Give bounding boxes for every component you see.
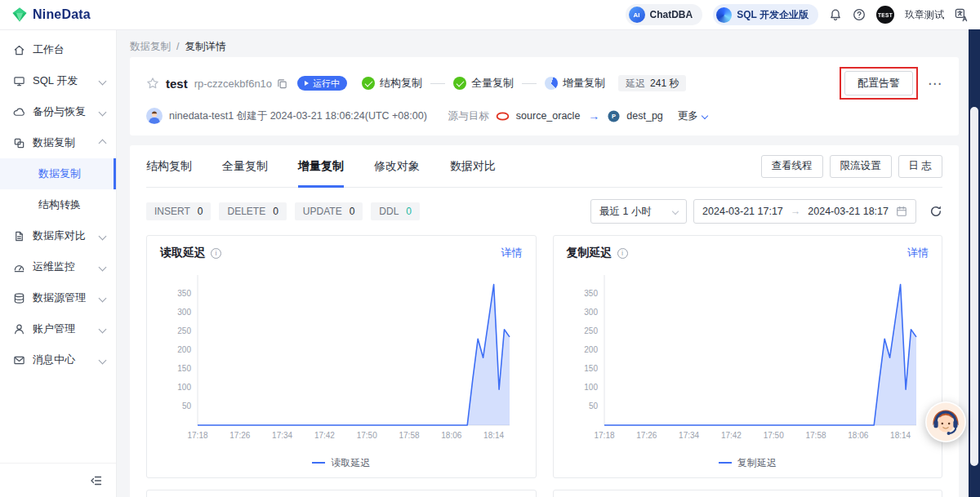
svg-text:150: 150	[177, 364, 191, 373]
svg-text:17:42: 17:42	[314, 431, 335, 440]
svg-text:200: 200	[584, 345, 598, 354]
user-icon	[13, 323, 25, 335]
sidebar-item-account-mgmt[interactable]: 账户管理	[0, 313, 116, 344]
collapse-sidebar-icon[interactable]	[90, 474, 103, 487]
svg-text:300: 300	[177, 308, 191, 317]
favorite-star-icon[interactable]	[146, 77, 159, 90]
app-header: NineData AI ChatDBA SQL 开发企业版 TEST 玖章测试	[0, 0, 980, 29]
stat-delete: DELETE 0	[219, 202, 286, 220]
status-badge: 运行中	[297, 76, 347, 91]
alert-config-highlight: 配置告警	[840, 67, 918, 100]
legend-line-icon	[312, 462, 325, 464]
copy-icon[interactable]	[277, 78, 287, 89]
sidebar-subitem-data-replication[interactable]: 数据复制	[0, 158, 116, 189]
terminal-icon	[13, 75, 25, 87]
source-name: source_oracle	[516, 110, 581, 122]
range-end: 2024-03-21 18:17	[808, 206, 889, 217]
svg-text:200: 200	[177, 345, 191, 354]
database-icon	[13, 292, 25, 304]
svg-text:17:26: 17:26	[229, 431, 250, 440]
svg-text:18:14: 18:14	[483, 431, 504, 440]
oracle-icon	[496, 112, 510, 121]
step-structure-replication: 结构复制	[362, 76, 422, 91]
sidebar-item-datasource-mgmt[interactable]: 数据源管理	[0, 282, 116, 313]
svg-text:350: 350	[177, 289, 191, 298]
sidebar-item-message-center[interactable]: 消息中心	[0, 344, 116, 375]
svg-text:100: 100	[584, 383, 598, 392]
sidebar-item-ops-monitor[interactable]: 运维监控	[0, 251, 116, 282]
translate-icon[interactable]	[955, 8, 969, 22]
sql-product-icon	[716, 7, 732, 23]
step-connector	[430, 83, 445, 84]
svg-text:P: P	[612, 113, 616, 120]
date-range-input[interactable]: 2024-03-21 17:17 → 2024-03-21 18:17	[693, 199, 916, 224]
scrollbar-thumb[interactable]	[970, 107, 978, 466]
legend-line-icon	[719, 462, 732, 464]
breadcrumb-parent[interactable]: 数据复制	[130, 40, 171, 54]
view-threads-button[interactable]: 查看线程	[761, 155, 823, 178]
replication-delay-card: 复制延迟 详情 5010015020025030035017:1817:2617…	[553, 235, 943, 478]
replication-submenu: 数据复制 结构转换	[0, 158, 116, 220]
mail-icon	[13, 354, 25, 366]
detail-link[interactable]: 详情	[907, 246, 929, 260]
step-connector	[522, 83, 537, 84]
check-circle-icon	[453, 77, 466, 90]
sidebar: 工作台 SQL 开发 备份与恢复 数据复制 数据复制	[0, 29, 117, 497]
postgres-icon: P	[608, 110, 620, 122]
more-link[interactable]: 更多	[678, 109, 707, 123]
sidebar-item-data-replication[interactable]: 数据复制	[0, 127, 116, 158]
rate-limit-button[interactable]: 限流设置	[830, 155, 892, 178]
user-name[interactable]: 玖章测试	[905, 8, 944, 22]
svg-text:50: 50	[588, 402, 598, 410]
chevron-down-icon	[99, 294, 107, 302]
step-incremental-replication: 增量复制	[545, 76, 605, 91]
tab-modify-objects[interactable]: 修改对象	[374, 145, 420, 187]
tab-incremental-replication[interactable]: 增量复制	[298, 145, 344, 187]
brand-logo[interactable]: NineData	[11, 7, 91, 23]
info-icon[interactable]	[617, 248, 628, 259]
log-button[interactable]: 日 志	[898, 155, 942, 178]
refresh-button[interactable]	[929, 205, 942, 218]
chevron-down-icon	[99, 232, 107, 240]
write-throughput-card: 写入流量吞吐 详情	[553, 490, 943, 497]
step-full-replication: 全量复制	[453, 76, 514, 91]
svg-text:18:06: 18:06	[441, 431, 461, 440]
more-actions-icon[interactable]: ⋯	[928, 77, 942, 91]
svg-text:18:14: 18:14	[890, 431, 911, 440]
user-avatar[interactable]: TEST	[876, 6, 894, 24]
sidebar-item-workbench[interactable]: 工作台	[0, 34, 116, 65]
replication-delay-chart: 5010015020025030035017:1817:2617:3417:42…	[567, 264, 929, 453]
main-content: 数据复制 / 复制详情 test rp-czzcekbf6n1o 运行中 结构复…	[117, 29, 980, 497]
chevron-down-icon	[702, 113, 708, 119]
help-icon[interactable]	[853, 8, 866, 21]
svg-text:17:58: 17:58	[805, 431, 826, 440]
sidebar-item-sql-dev[interactable]: SQL 开发	[0, 65, 116, 96]
svg-text:17:42: 17:42	[720, 431, 741, 440]
sidebar-item-backup-restore[interactable]: 备份与恢复	[0, 96, 116, 127]
page-scrollbar[interactable]	[969, 29, 980, 497]
sidebar-subitem-schema-conversion[interactable]: 结构转换	[0, 189, 116, 220]
loading-circle-icon	[545, 77, 558, 90]
tab-data-compare[interactable]: 数据对比	[450, 145, 496, 187]
configure-alert-button[interactable]: 配置告警	[844, 71, 913, 95]
range-start: 2024-03-21 17:17	[702, 206, 783, 217]
info-icon[interactable]	[211, 248, 221, 259]
svg-text:17:50: 17:50	[357, 431, 377, 440]
tab-full-replication[interactable]: 全量复制	[222, 145, 268, 187]
chatdba-button[interactable]: AI ChatDBA	[626, 4, 703, 25]
task-card: test rp-czzcekbf6n1o 运行中 结构复制 全量复制	[130, 57, 959, 135]
svg-text:17:18: 17:18	[187, 431, 207, 440]
detail-link[interactable]: 详情	[501, 246, 523, 260]
sql-edition-button[interactable]: SQL 开发企业版	[713, 4, 818, 25]
tab-structure-replication[interactable]: 结构复制	[146, 145, 192, 187]
gauge-icon	[13, 261, 25, 273]
arrow-right-icon: →	[588, 109, 599, 122]
chart-title: 读取延迟	[160, 246, 206, 260]
notification-bell-icon[interactable]	[829, 8, 842, 21]
read-delay-card: 读取延迟 详情 5010015020025030035017:1817:2617…	[146, 235, 537, 478]
sidebar-item-db-compare[interactable]: 数据库对比	[0, 220, 116, 251]
time-preset-select[interactable]: 最近 1 小时	[590, 199, 687, 224]
stat-ddl: DDL 0	[371, 202, 420, 220]
throughput-charts-row: 读取流量吞吐 详情 写入流量吞吐 详情	[146, 490, 942, 497]
customer-service-avatar[interactable]	[924, 401, 967, 443]
